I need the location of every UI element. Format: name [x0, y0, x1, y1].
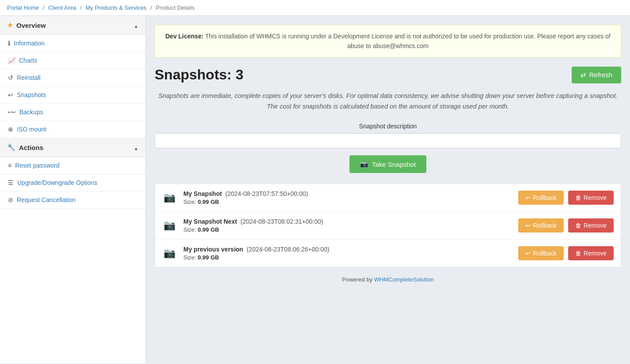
- sidebar-item-upgrade-label: Upgrade/Downgrade Options: [17, 179, 97, 186]
- star-icon: [7, 21, 13, 29]
- sidebar-item-information[interactable]: ℹ Information: [0, 35, 145, 52]
- upgrade-icon: ☰: [8, 179, 14, 186]
- snapshot-camera-icon-2: 📷: [162, 248, 176, 259]
- breadcrumb-portal-home[interactable]: Portal Home: [7, 4, 39, 11]
- dev-banner-text: This installation of WHMCS is running un…: [205, 33, 611, 49]
- breadcrumb: Portal Home / Client Area / My Products …: [0, 0, 630, 16]
- rollback-icon-2: ↩: [525, 250, 531, 257]
- chevron-up-actions-icon: [134, 144, 138, 151]
- trash-icon-2: 🗑: [575, 250, 581, 257]
- wrench-icon: 🔧: [7, 143, 15, 151]
- snapshot-name-2: My previous version (2024-08-23T08:06:26…: [183, 246, 511, 253]
- snapshots-icon: ↩: [8, 91, 13, 98]
- remove-label-1: Remove: [584, 222, 607, 229]
- sidebar-item-information-label: Information: [14, 40, 45, 47]
- sidebar-item-reset-password[interactable]: ≡ Reset password: [0, 157, 145, 174]
- snapshot-actions-2: ↩ Rollback 🗑 Remove: [518, 246, 614, 260]
- breadcrumb-my-products[interactable]: My Products & Services: [86, 4, 147, 11]
- refresh-label: Refresh: [589, 71, 612, 79]
- page-header: Snapshots: 3 ⇄ Refresh: [155, 67, 621, 83]
- sidebar-item-reset-label: Reset password: [15, 162, 59, 169]
- reinstall-icon: ↺: [8, 74, 13, 81]
- refresh-icon: ⇄: [581, 71, 586, 79]
- camera-icon: 📷: [360, 160, 368, 168]
- snapshot-description: Snapshots are immediate, complete copies…: [155, 90, 621, 112]
- sidebar-item-snapshots-label: Snapshots: [17, 91, 46, 98]
- sidebar-item-snapshots[interactable]: ↩ Snapshots: [0, 86, 145, 104]
- snapshot-camera-icon-0: 📷: [162, 192, 176, 203]
- table-row: 📷 My Snapshot Next (2024-08-23T08:02:31+…: [155, 212, 621, 240]
- sidebar-item-backups-label: Backups: [19, 109, 43, 116]
- rollback-button-1[interactable]: ↩ Rollback: [518, 218, 564, 233]
- snapshot-description-input[interactable]: [155, 133, 621, 148]
- snapshot-size-1: Size: 0.99 GB: [183, 226, 511, 233]
- main-content: Dev License: This installation of WHMCS …: [146, 16, 630, 363]
- sidebar-overview-label: Overview: [16, 22, 46, 29]
- take-snapshot-button[interactable]: 📷 Take Snapshot: [349, 155, 426, 173]
- sidebar-item-charts[interactable]: 📈 Charts: [0, 52, 145, 69]
- sidebar-item-reinstall[interactable]: ↺ Reinstall: [0, 69, 145, 86]
- sidebar-actions-label: Actions: [19, 144, 43, 151]
- footer: Powered by WHMCompleteSolution: [155, 276, 621, 283]
- rollback-label-2: Rollback: [533, 250, 557, 257]
- sidebar-item-iso-mount[interactable]: ⊕ ISO mount: [0, 121, 145, 138]
- whmcs-link[interactable]: WHMCompleteSolution: [374, 276, 434, 283]
- snapshot-actions-0: ↩ Rollback 🗑 Remove: [518, 191, 614, 205]
- snapshot-size-2: Size: 0.99 GB: [183, 254, 511, 261]
- rollback-icon-1: ↩: [525, 222, 531, 229]
- snapshot-info-2: My previous version (2024-08-23T08:06:26…: [183, 246, 511, 261]
- snapshot-info-0: My Snapshot (2024-08-23T07:57:50+00:00) …: [183, 190, 511, 205]
- dev-banner: Dev License: This installation of WHMCS …: [155, 25, 621, 58]
- sidebar-overview-header[interactable]: Overview: [0, 16, 145, 35]
- refresh-button[interactable]: ⇄ Refresh: [572, 67, 621, 83]
- powered-by-text: Powered by: [342, 276, 372, 283]
- dev-banner-bold: Dev License:: [165, 33, 203, 40]
- breadcrumb-client-area[interactable]: Client Area: [48, 4, 76, 11]
- rollback-button-0[interactable]: ↩ Rollback: [518, 191, 564, 205]
- snapshot-list: 📷 My Snapshot (2024-08-23T07:57:50+00:00…: [155, 184, 621, 267]
- reset-icon: ≡: [8, 162, 11, 169]
- rollback-label-0: Rollback: [533, 194, 557, 201]
- trash-icon-1: 🗑: [575, 222, 581, 229]
- snapshot-name-1: My Snapshot Next (2024-08-23T08:02:31+00…: [183, 218, 511, 225]
- table-row: 📷 My previous version (2024-08-23T08:06:…: [155, 240, 621, 267]
- iso-icon: ⊕: [8, 126, 13, 133]
- snapshot-description-label: Snapshot description: [155, 123, 621, 130]
- snapshot-camera-icon-1: 📷: [162, 220, 176, 231]
- take-snapshot-label: Take Snapshot: [372, 161, 416, 168]
- cancel-icon: ⊘: [8, 196, 13, 203]
- trash-icon-0: 🗑: [575, 194, 581, 201]
- rollback-button-2[interactable]: ↩ Rollback: [518, 246, 564, 260]
- remove-label-0: Remove: [584, 194, 607, 201]
- sidebar-actions-header[interactable]: 🔧 Actions: [0, 138, 145, 157]
- sidebar-item-reinstall-label: Reinstall: [17, 74, 41, 81]
- sidebar-item-iso-label: ISO mount: [17, 126, 46, 133]
- snapshot-info-1: My Snapshot Next (2024-08-23T08:02:31+00…: [183, 218, 511, 233]
- page-title: Snapshots: 3: [155, 67, 243, 83]
- sidebar-item-cancellation-label: Request Cancellation: [17, 196, 76, 203]
- remove-button-0[interactable]: 🗑 Remove: [568, 191, 614, 205]
- remove-button-1[interactable]: 🗑 Remove: [568, 218, 614, 233]
- table-row: 📷 My Snapshot (2024-08-23T07:57:50+00:00…: [155, 184, 621, 212]
- breadcrumb-product-details: Product Details: [156, 4, 194, 11]
- sidebar-item-request-cancellation[interactable]: ⊘ Request Cancellation: [0, 191, 145, 209]
- chart-icon: 📈: [8, 57, 15, 64]
- backups-icon: ↩↩: [8, 109, 16, 115]
- sidebar-item-backups[interactable]: ↩↩ Backups: [0, 104, 145, 121]
- snapshot-name-0: My Snapshot (2024-08-23T07:57:50+00:00): [183, 190, 511, 197]
- sidebar-item-charts-label: Charts: [19, 57, 37, 64]
- layout: Overview ℹ Information 📈 Charts ↺ Reinst…: [0, 16, 630, 363]
- chevron-up-icon: [134, 22, 138, 29]
- rollback-icon-0: ↩: [525, 194, 531, 201]
- info-icon: ℹ: [8, 40, 10, 47]
- snapshot-actions-1: ↩ Rollback 🗑 Remove: [518, 218, 614, 233]
- sidebar-item-upgrade-downgrade[interactable]: ☰ Upgrade/Downgrade Options: [0, 174, 145, 191]
- rollback-label-1: Rollback: [533, 222, 557, 229]
- sidebar: Overview ℹ Information 📈 Charts ↺ Reinst…: [0, 16, 146, 363]
- remove-button-2[interactable]: 🗑 Remove: [568, 246, 614, 260]
- remove-label-2: Remove: [584, 250, 607, 257]
- snapshot-size-0: Size: 0.99 GB: [183, 199, 511, 205]
